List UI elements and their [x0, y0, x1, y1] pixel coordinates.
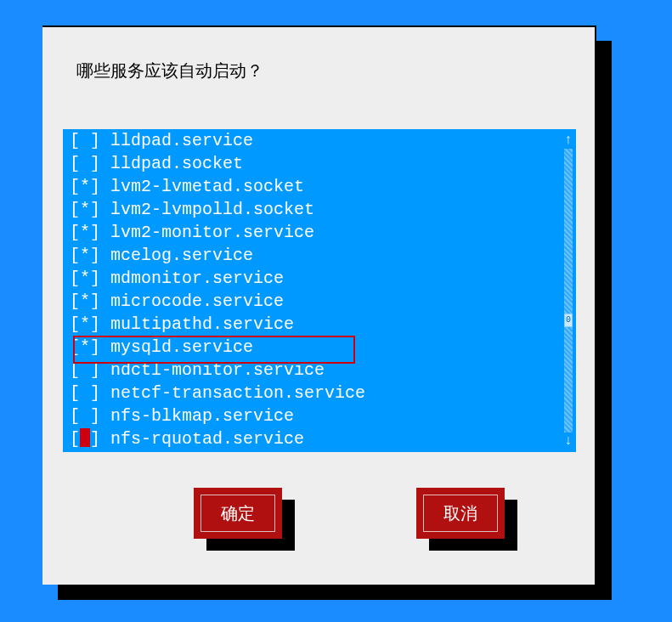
ok-button[interactable]: 确定: [194, 488, 282, 539]
scroll-down-icon[interactable]: ↓: [562, 433, 574, 450]
service-row[interactable]: [*] lvm2-lvmpolld.socket: [70, 198, 576, 221]
cancel-button[interactable]: 取消: [416, 488, 505, 539]
service-row[interactable]: [*] mdmonitor.service: [70, 267, 576, 290]
service-row[interactable]: [ ] lldpad.service: [70, 129, 576, 152]
service-list[interactable]: [ ] lldpad.service[ ] lldpad.socket[*] l…: [63, 129, 576, 452]
cursor-block: [80, 428, 90, 447]
service-row[interactable]: [ ] netcf-transaction.service: [70, 382, 576, 404]
service-row[interactable]: [*] lvm2-lvmetad.socket: [70, 175, 576, 198]
service-row[interactable]: [*] lvm2-monitor.service: [70, 221, 576, 244]
dialog-title: 哪些服务应该自动启动？: [42, 27, 595, 82]
service-row[interactable]: [ ] nfs-blkmap.service: [70, 404, 576, 427]
service-row[interactable]: [*] multipathd.service: [70, 313, 576, 336]
scroll-track[interactable]: [564, 149, 573, 433]
cancel-button-label: 取消: [443, 502, 477, 525]
scroll-up-icon[interactable]: ↑: [562, 132, 574, 149]
service-row[interactable]: [*] mysqld.service: [70, 336, 576, 359]
service-row[interactable]: [*] microcode.service: [70, 290, 576, 313]
service-row[interactable]: [] nfs-rquotad.service: [70, 427, 576, 450]
service-row[interactable]: [*] mcelog.service: [70, 244, 576, 267]
service-row[interactable]: [ ] ndctl-monitor.service: [70, 359, 576, 382]
scrollbar[interactable]: ↑ ↓ 0: [562, 132, 574, 450]
service-row[interactable]: [ ] lldpad.socket: [70, 152, 576, 175]
ok-button-label: 确定: [221, 502, 255, 525]
scroll-thumb[interactable]: 0: [564, 314, 573, 327]
button-area: 确定 取消: [42, 486, 595, 563]
services-dialog: 哪些服务应该自动启动？ [ ] lldpad.service[ ] lldpad…: [42, 25, 596, 585]
